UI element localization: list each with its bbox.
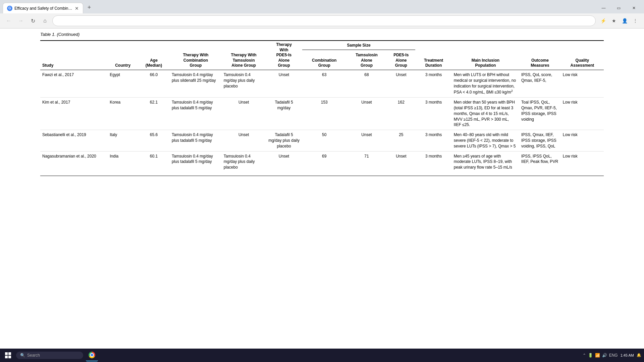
cell-sample-combination: 69 [302, 151, 346, 172]
cell-therapy-tamsulosin: Tamsulosin 0.4 mg/day plus daily placebo [222, 151, 266, 172]
col-header-main-inclusion: Main InclusionPopulation [452, 41, 519, 70]
col-header-therapy-pde5: TherapyWithPDE5-IsAloneGroup [266, 41, 302, 70]
cell-country: Egypt [108, 70, 138, 97]
cell-study: Nagasubramanian et al., 2020 [40, 151, 108, 172]
table-row: Sebastianelli et al., 2019 Italy 65.6 Ta… [40, 130, 604, 151]
favicon: G [8, 6, 11, 10]
cell-quality: Low risk [561, 151, 604, 172]
col-header-age: Age(Median) [138, 41, 170, 70]
col-header-therapy-tamsulosin: Therapy WithTamsulosinAlone Group [222, 41, 266, 70]
cell-therapy-combination: Tamsulosin 0.4 mg/day plus tadalafil 5 m… [170, 98, 222, 130]
cell-therapy-pde5: Tadalafil 5 mg/day [266, 98, 302, 130]
cell-therapy-pde5: Tadalafil 5 mg/day plus daily placebo [266, 130, 302, 151]
extensions-icon[interactable]: ⚡ [598, 16, 608, 25]
cell-quality: Low risk [561, 70, 604, 97]
cell-sample-combination: 63 [302, 70, 346, 97]
cell-outcome-measures: IPSS, QoL score, Qmax, IIEF-5, [519, 70, 561, 97]
col-header-sample-size: Sample Size [302, 41, 416, 50]
header-row: Study Country Age(Median) Therapy WithCo… [40, 41, 604, 50]
restore-button[interactable]: ▭ [611, 3, 626, 13]
col-header-combination-group: CombinationGroup [302, 50, 346, 70]
browser-tab[interactable]: G Efficacy and Safety of Combinati... ✕ [3, 3, 83, 13]
cell-sample-combination: 50 [302, 130, 346, 151]
col-header-therapy-combination: Therapy WithCombinationGroup [170, 41, 222, 70]
close-window-button[interactable]: ✕ [626, 3, 641, 13]
cell-therapy-pde5: Unset [266, 70, 302, 97]
table-row: Nagasubramanian et al., 2020 India 60.1 … [40, 151, 604, 172]
cell-sample-pde5: Unset [387, 70, 415, 97]
toolbar-icons: ⚡ ★ 👤 ⋮ [598, 16, 640, 25]
tab-title: Efficacy and Safety of Combinati... [14, 6, 73, 11]
menu-icon[interactable]: ⋮ [631, 16, 640, 25]
cell-outcome-measures: IPSS, IPSS QoL, IIEF, Peak flow, PVR [519, 151, 561, 172]
cell-age: 65.6 [138, 130, 170, 151]
cell-sample-pde5: 162 [387, 98, 415, 130]
cell-age: 60.1 [138, 151, 170, 172]
cell-treatment-duration: 3 months [415, 98, 451, 130]
cell-main-inclusion: Men 40–80 years old with mild severe (II… [452, 130, 519, 151]
cell-outcome-measures: Toal IPSS, QoL, Qmax, PVR, IIEF-5, IPSS … [519, 98, 561, 130]
cell-quality: Low risk [561, 130, 604, 151]
home-button[interactable]: ⌂ [40, 16, 50, 25]
cell-treatment-duration: 3 months [415, 70, 451, 97]
cell-therapy-pde5: Unset [266, 151, 302, 172]
bookmark-icon[interactable]: ★ [609, 16, 619, 25]
cell-sample-pde5: 25 [387, 130, 415, 151]
cell-country: Korea [108, 98, 138, 130]
forward-button[interactable]: → [16, 16, 25, 25]
cell-main-inclusion: Men older than 50 years with BPH (total … [452, 98, 519, 130]
minimize-button[interactable]: — [596, 3, 611, 13]
address-bar: ← → ↻ ⌂ ⚡ ★ 👤 ⋮ [0, 13, 644, 28]
cell-therapy-tamsulosin: Unset [222, 98, 266, 130]
cell-sample-tamsulosin: Unset [346, 98, 387, 130]
reload-button[interactable]: ↻ [28, 16, 38, 25]
cell-therapy-combination: Tamsulosin 0.4 mg/day plus sildenafil 25… [170, 70, 222, 97]
browser-chrome: G Efficacy and Safety of Combinati... ✕ … [0, 0, 644, 28]
cell-sample-pde5: Unset [387, 151, 415, 172]
cell-therapy-combination: Tamsulosin 0.4 mg/day plus tadalafil 5 m… [170, 130, 222, 151]
table-bottom-border [40, 176, 604, 176]
cell-quality: Low risk [561, 98, 604, 130]
account-icon[interactable]: 👤 [620, 16, 629, 25]
cell-treatment-duration: 3 months [415, 151, 451, 172]
cell-country: India [108, 151, 138, 172]
data-table: Study Country Age(Median) Therapy WithCo… [40, 40, 604, 172]
cell-therapy-tamsulosin: Unset [222, 130, 266, 151]
cell-outcome-measures: IPSS, Qmax, IIEF, IPSS storage, IPSS voi… [519, 130, 561, 151]
col-header-outcome-measures: OutcomeMeasures [519, 41, 561, 70]
cell-therapy-combination: Tamsulosin 0.4 mg/day plus tadalafil 5 m… [170, 151, 222, 172]
cell-treatment-duration: 3 months [415, 130, 451, 151]
cell-study: Kim et al., 2017 [40, 98, 108, 130]
cell-age: 62.1 [138, 98, 170, 130]
table-row: Kim et al., 2017 Korea 62.1 Tamsulosin 0… [40, 98, 604, 130]
page-content: Table 1. (Continued) Study Country Age(M… [0, 28, 644, 330]
back-button[interactable]: ← [4, 16, 13, 25]
col-header-quality-assessment: QualityAssessment [561, 41, 604, 70]
col-header-tamsulosin-group: TamsulosinAloneGroup [346, 50, 387, 70]
cell-study: Sebastianelli et al., 2019 [40, 130, 108, 151]
cell-main-inclusion: Men ≥45 years of age with moderate LUTs,… [452, 151, 519, 172]
cell-sample-tamsulosin: 71 [346, 151, 387, 172]
col-header-treatment-duration: TreatmentDuration [415, 41, 451, 70]
col-header-study: Study [40, 41, 108, 70]
cell-main-inclusion: Men with LUTS or BPH without medical or … [452, 70, 519, 97]
col-header-pde5-group: PDE5-IsAloneGroup [387, 50, 415, 70]
cell-sample-combination: 153 [302, 98, 346, 130]
cell-age: 66.0 [138, 70, 170, 97]
cell-sample-tamsulosin: Unset [346, 130, 387, 151]
col-header-country: Country [108, 41, 138, 70]
cell-country: Italy [108, 130, 138, 151]
table-row: Fawzi et al., 2017 Egypt 66.0 Tamsulosin… [40, 70, 604, 97]
table-title: Table 1. (Continued) [40, 32, 604, 37]
cell-therapy-tamsulosin: Tamsulosin 0.4 mg/day plus daily placebo [222, 70, 266, 97]
superscript: 2 [511, 89, 513, 93]
cell-study: Fawzi et al., 2017 [40, 70, 108, 97]
cell-sample-tamsulosin: 68 [346, 70, 387, 97]
url-input[interactable] [52, 15, 596, 26]
close-tab-button[interactable]: ✕ [75, 6, 79, 11]
new-tab-button[interactable]: + [85, 3, 94, 12]
